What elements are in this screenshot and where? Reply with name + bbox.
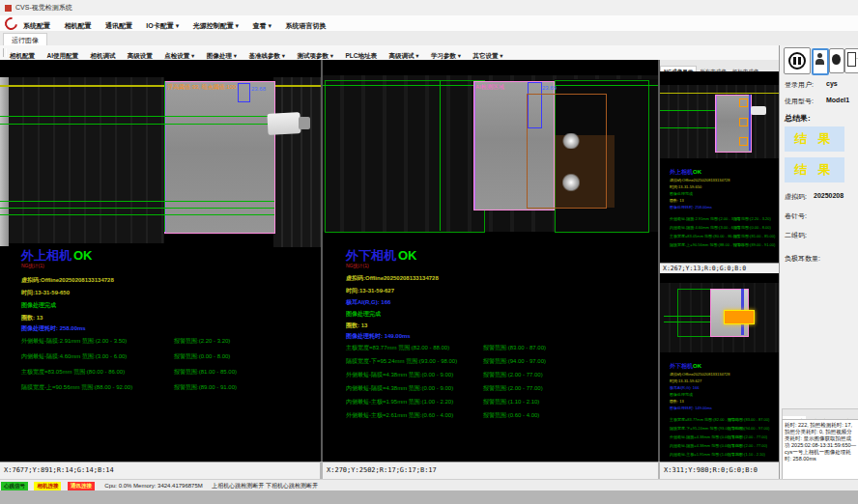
measure-value: 内侧最短-主极=1.95mm 范围:(1.00 - 2.20): [670, 452, 728, 458]
ai-score-label: 23.69: [542, 85, 557, 91]
app-window: CVS-视觉检测系统 系统配置 相机配置 通讯配置 IO卡配置 ▾ 光源控制配置…: [0, 0, 858, 504]
thumb-measure-row: 内侧最短-隔膜=4.38mm 范围:(0.00 - 9.00)报警范围:(2.0…: [670, 443, 767, 449]
virtual-code-line: 虚拟码:Offline20250208133134728: [21, 276, 114, 285]
tab-count-label: 负极耳数量:: [785, 254, 820, 264]
alarm-range: 报警范围:(2.20 - 3.20): [174, 338, 230, 344]
time-line: 时间:13-31-59-650: [21, 289, 70, 297]
time-line: 时间:13-31-59-627: [346, 287, 394, 295]
tab-run-image[interactable]: 运行图像: [3, 33, 47, 46]
measure-row: 隔膜宽度-上=90.56mm 范围:(88.00 - 92.00)报警范围:(8…: [21, 383, 237, 392]
virtual-code-value: 20250208: [814, 192, 844, 199]
machine-edge-strip: [0, 77, 9, 246]
alarm-range: 报警范围:(0.00 - 8.00): [174, 353, 230, 359]
machine-texture-right: [273, 77, 321, 247]
exit-button[interactable]: →: [844, 48, 858, 73]
alarm-range: 报警范围:(0.60 - 4.00): [483, 412, 539, 418]
elapsed-line: 图像处理耗时: 258.00ms: [21, 324, 86, 333]
done-line: 图像处理完成: [346, 310, 381, 319]
exit-arrow-icon: →: [853, 54, 858, 62]
thumb-ng-box: [739, 118, 748, 126]
camera-name: 外上相机: [21, 248, 72, 263]
alarm-range: 报警范围:(83.00 - 87.00): [483, 345, 546, 350]
measure-value: 内侧最短-隔膜=4.38mm 范围:(0.00 - 9.00): [670, 443, 728, 449]
thumb-time-line: 时间:13-31-59-627: [670, 378, 701, 384]
camera-view-upper[interactable]: 浮高阈值:93, 暗点阈值:100 23.68 外上相机OK NG统计(1) 虚…: [0, 60, 321, 462]
measure-line: [0, 201, 274, 202]
virtual-code-label: 虚拟码:: [785, 192, 807, 202]
status-strip: 心跳信号 相机连接 通讯连接 Cpu: 0.0% Memory: 3424.41…: [0, 479, 858, 490]
thumb-result-title: 外上相机OK: [670, 168, 701, 177]
thumbnail-lower-camera[interactable]: 外下相机OK 虚拟码:Offline20250208133134728 时间:1…: [660, 273, 779, 479]
thumb-result-title: 外下相机OK: [670, 362, 701, 371]
measure-row: 内侧最短-隔膜=4.38mm 范围:(0.00 - 9.00)报警范围:(2.0…: [346, 384, 543, 393]
thumb-measure-row: 外侧最短-隔膜:2.91mm 范围:(2.00 - 3.50)报警范围:(2.2…: [670, 216, 771, 222]
measure-value: 外侧最短-隔膜=4.38mm 范围:(0.00 - 9.00): [346, 371, 483, 379]
measure-value: 主极宽度=83.77mm 范围:(82.00 - 88.00): [346, 344, 483, 352]
measure-value: 隔膜宽度-下=95.24mm 范围:(93.00 - 98.00): [346, 357, 483, 366]
ng-count: NG统计(1): [21, 263, 44, 268]
alarm-range: 报警范围:(81.00 - 85.00): [733, 234, 775, 238]
qr-code-label: 二维码:: [785, 231, 807, 240]
measure-value: 外侧最短-隔膜=4.38mm 范围:(0.00 - 9.00): [670, 434, 728, 440]
alarm-range: 报警范围:(94.00 - 97.00): [728, 426, 769, 431]
done-line: 图像处理完成: [21, 301, 56, 310]
thumb-code-line: 虚拟码:Offline20250208133134728: [670, 178, 729, 183]
measure-line: [0, 124, 274, 125]
alarm-range: 报警范围:(1.10 - 2.10): [728, 452, 765, 457]
alarm-range: 报警范围:(81.00 - 85.00): [174, 369, 237, 375]
alarm-range: 报警范围:(83.00 - 87.00): [728, 417, 769, 422]
measure-row: 外侧最短-主极=2.61mm 范围:(0.60 - 4.00)报警范围:(0.6…: [346, 411, 539, 420]
measure-value: 隔膜宽度-下=95.24mm 范围:(93.00 - 98.00): [670, 426, 728, 432]
turns-line: 圈数: 13: [346, 322, 367, 330]
thumb-time-line: 时间:13-31-59-650: [670, 184, 701, 190]
login-user-label: 登录用户:: [785, 80, 814, 90]
ai-tab-line: 极耳AI(R,G): 166: [346, 298, 390, 307]
thumb-connector: [751, 106, 766, 115]
camera-status: OK: [73, 248, 93, 263]
measure-line: [0, 214, 274, 215]
roi-box-left: [325, 80, 485, 233]
ai-region-label: AI检测区域: [475, 83, 504, 92]
measure-value: 外侧最短-主极=2.61mm 范围:(0.60 - 4.00): [346, 411, 483, 420]
elapsed-line: 图像处理耗时: 149.00ms: [346, 332, 411, 341]
thumb-ai-line: 极耳AI(R,G): 166: [670, 385, 699, 391]
measure-line: [0, 208, 274, 209]
camera-view-lower[interactable]: AI检测区域 23.69 外下相机OK NG统计(1) 虚拟码:Offline2…: [323, 60, 658, 462]
thumb-code-line: 虚拟码:Offline20250208133134728: [670, 372, 729, 378]
log-output[interactable]: 耗时: 222, 拍照检测耗时: 17, 拍照分类耗时: 0, 拍照视频分类耗时…: [782, 419, 858, 481]
thumbnail-upper-camera[interactable]: 外上相机OK 虚拟码:Offline20250208133134728 时间:1…: [660, 71, 779, 263]
tab-connector-tip: [299, 117, 310, 129]
thumb-measure-row: 主极宽度=83.05mm 范围:(80.00 - 86.00)报警范围:(81.…: [670, 234, 775, 239]
app-icon: [5, 5, 12, 12]
menu-items: 系统配置 相机配置 通讯配置 IO卡配置 ▾ 光源控制配置 ▾ 查看 ▾ 系统语…: [23, 15, 336, 31]
threshold-overlay-label: 浮高阈值:93, 暗点阈值:100: [167, 83, 236, 92]
result-display-upper: 结 果: [785, 126, 844, 152]
measure-value: 隔膜宽度-上=90.56mm 范围:(88.00 - 92.00): [21, 383, 174, 392]
thumb-measure-row: 内侧最短-主极=1.95mm 范围:(1.00 - 2.20)报警范围:(1.1…: [670, 452, 765, 458]
cell-region-box: [164, 81, 275, 234]
measure-row: 主极宽度=83.77mm 范围:(82.00 - 88.00)报警范围:(83.…: [346, 344, 546, 352]
thumb-ng-box: [739, 98, 748, 107]
measure-row: 隔膜宽度-下=95.24mm 范围:(93.00 - 98.00)报警范围:(9…: [346, 357, 546, 366]
defect-roi-box: [527, 94, 607, 209]
measure-row: 主极宽度=83.05mm 范围:(80.00 - 86.00)报警范围:(81.…: [21, 368, 237, 377]
camera-name: 外下相机: [346, 248, 396, 263]
pause-icon: [788, 52, 806, 70]
thumb-elapsed-line: 图像处理耗时: 149.00ms: [670, 406, 712, 411]
measure-vline: [440, 80, 441, 231]
toolbar: 相机配置 AI使用配置 相机调试 高级设置 点检设置 ▾ 图像处理 ▾ 基准线参…: [0, 45, 779, 61]
camera-status: OK: [693, 169, 701, 175]
control-sidebar: → 登录用户: cys 使用型号: Model1 总结果: 结 果 结 果 虚拟…: [779, 45, 858, 479]
measure-row: 内侧最短-隔膜:4.60mm 范围:(3.00 - 6.00)报警范围:(0.0…: [21, 352, 230, 361]
thumb-done-line: 图像处理完成: [670, 191, 693, 197]
alarm-range: 报警范围:(2.00 - 77.00): [728, 443, 767, 448]
user-login-button[interactable]: [812, 48, 829, 75]
coords-bar-left: X:7677;Y:891;R:14;G:14;B:14: [0, 462, 320, 479]
device-button[interactable]: [829, 48, 844, 73]
pause-button[interactable]: [784, 47, 811, 74]
camera-link-badge: 相机连接: [34, 482, 61, 490]
alarm-range: 报警范围:(0.00 - 8.00): [733, 225, 771, 230]
comm-link-badge: 通讯连接: [68, 482, 95, 490]
measure-value: 隔膜宽度-上=90.56mm 范围:(88.00 - 92.00): [670, 242, 733, 248]
result-display-lower: 结 果: [785, 157, 844, 182]
